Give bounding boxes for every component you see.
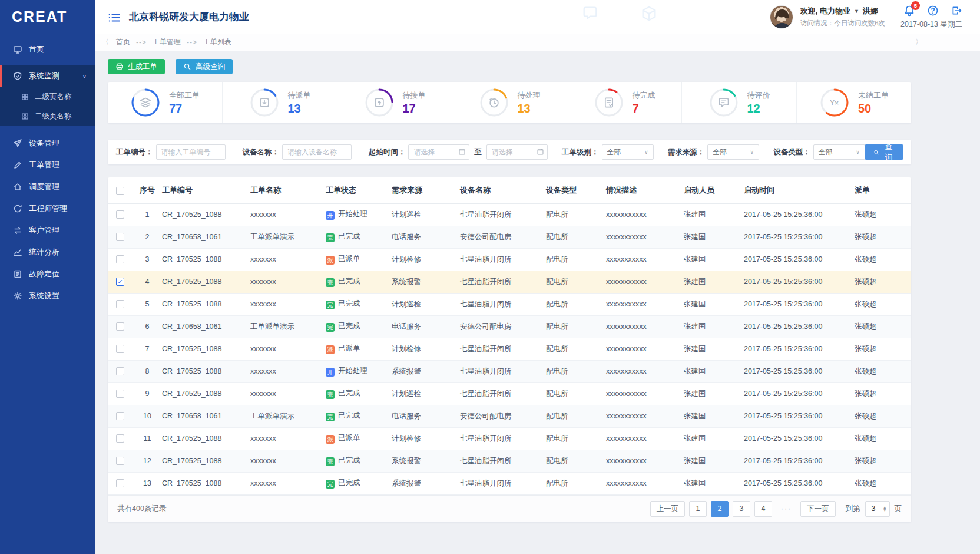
help-icon[interactable] bbox=[927, 5, 939, 17]
sidebar-item-order-mgmt[interactable]: 工单管理 bbox=[0, 154, 95, 176]
current-date: 2017-08-13 星期二 bbox=[900, 19, 962, 29]
row-checkbox[interactable] bbox=[116, 210, 124, 219]
sidebar-item-settings[interactable]: 系统设置 bbox=[0, 285, 95, 306]
chevron-down-icon: ∨ bbox=[856, 149, 860, 155]
cell-dispatcher: 张硕超 bbox=[855, 360, 911, 382]
page-button-1[interactable]: 1 bbox=[689, 501, 707, 517]
table-row[interactable]: 7 CR_170525_1088 xxxxxxx 派已派单 计划检修 七星油脂开… bbox=[108, 338, 911, 360]
cell-source: 电话服务 bbox=[392, 315, 460, 338]
caret-down-icon[interactable]: ▼ bbox=[854, 8, 859, 14]
stat-card-open-orders[interactable]: ¥× 未结工单50 bbox=[796, 82, 911, 123]
cell-index: 5 bbox=[133, 293, 162, 315]
create-order-button[interactable]: 生成工单 bbox=[108, 59, 165, 74]
sidebar-item-dispatch-mgmt[interactable]: 调度管理 bbox=[0, 176, 95, 197]
sidebar-item-subpage-2[interactable]: 二级页名称 bbox=[0, 107, 95, 126]
search-button[interactable]: 查询 bbox=[865, 144, 903, 160]
user-block[interactable]: 欢迎, 电力物业 ▼ 洪娜 访问情况：今日访问次数6次 bbox=[770, 5, 885, 29]
pagination: 上一页 1 2 3 4 ··· 下一页 到第 3 ▲▼ bbox=[650, 501, 902, 517]
table-row[interactable]: ✓ 4 CR_170525_1088 xxxxxxx 完已完成 系统报警 七星油… bbox=[108, 271, 911, 293]
table-row[interactable]: 13 CR_170525_1088 xxxxxxx 完已完成 系统报警 七星油脂… bbox=[108, 472, 911, 494]
menu-toggle-icon[interactable] bbox=[108, 11, 121, 23]
order-level-select[interactable]: 全部∨ bbox=[602, 144, 654, 160]
table-row[interactable]: 3 CR_170525_1088 xxxxxxx 派已派单 计划检修 七星油脂开… bbox=[108, 248, 911, 271]
row-checkbox[interactable] bbox=[116, 233, 124, 241]
sidebar-item-fault-location[interactable]: 故障定位 bbox=[0, 263, 95, 285]
cell-starter: 张建国 bbox=[684, 382, 744, 405]
stat-card-pending-dispatch[interactable]: 待派单13 bbox=[222, 82, 337, 123]
stat-card-pending-accept[interactable]: 待接单17 bbox=[337, 82, 452, 123]
cell-start-time: 2017-05-25 15:25:36:00 bbox=[744, 382, 855, 405]
row-checkbox[interactable] bbox=[116, 300, 124, 308]
cell-starter: 张建国 bbox=[684, 450, 744, 472]
order-no-input[interactable] bbox=[156, 144, 226, 160]
prev-page-button[interactable]: 上一页 bbox=[650, 501, 686, 517]
row-checkbox[interactable] bbox=[116, 412, 124, 420]
sidebar-item-subpage-1[interactable]: 二级页名称 bbox=[0, 87, 95, 107]
table-row[interactable]: 5 CR_170525_1088 xxxxxxx 完已完成 计划巡检 七星油脂开… bbox=[108, 293, 911, 315]
table-row[interactable]: 11 CR_170525_1088 xxxxxxx 派已派单 计划检修 七星油脂… bbox=[108, 427, 911, 450]
sidebar-item-statistics[interactable]: 统计分析 bbox=[0, 241, 95, 263]
cell-order-code: CR_170525_1088 bbox=[162, 472, 250, 494]
username: 洪娜 bbox=[863, 6, 878, 17]
status-label: 已完成 bbox=[338, 299, 360, 308]
breadcrumb-order-list[interactable]: 工单列表 bbox=[203, 37, 231, 47]
stat-card-pending-review[interactable]: 待评价12 bbox=[681, 82, 796, 123]
cell-device-type: 配电所 bbox=[546, 382, 606, 405]
cell-device-type: 配电所 bbox=[546, 427, 606, 450]
cell-device: 安德公司配电房 bbox=[460, 226, 546, 248]
cell-starter: 张建国 bbox=[684, 405, 744, 427]
cell-dispatcher: 张硕超 bbox=[855, 405, 911, 427]
breadcrumb-home[interactable]: 首页 bbox=[116, 37, 130, 47]
device-name-input[interactable] bbox=[282, 144, 352, 160]
cell-dispatcher: 张硕超 bbox=[855, 382, 911, 405]
start-time-label: 起始时间： bbox=[369, 147, 406, 157]
cell-device: 七星油脂开闭所 bbox=[460, 450, 546, 472]
breadcrumb-forward-icon[interactable]: 〉 bbox=[915, 37, 922, 47]
page-button-4[interactable]: 4 bbox=[754, 501, 772, 517]
row-checkbox[interactable]: ✓ bbox=[116, 278, 124, 286]
advanced-search-button[interactable]: 高级查询 bbox=[176, 59, 233, 74]
row-checkbox[interactable] bbox=[116, 390, 124, 398]
row-checkbox[interactable] bbox=[116, 434, 124, 443]
sidebar-item-device-mgmt[interactable]: 设备管理 bbox=[0, 132, 95, 154]
bell-icon[interactable]: 5 bbox=[903, 5, 915, 17]
table-row[interactable]: 8 CR_170525_1088 xxxxxxx 开开始处理 系统报警 七星油脂… bbox=[108, 360, 911, 382]
table-row[interactable]: 12 CR_170525_1088 xxxxxxx 完已完成 系统报警 七星油脂… bbox=[108, 450, 911, 472]
cell-order-name: xxxxxxx bbox=[250, 427, 326, 450]
select-all-checkbox[interactable] bbox=[116, 187, 124, 195]
row-checkbox[interactable] bbox=[116, 367, 124, 375]
logout-icon[interactable] bbox=[951, 5, 962, 17]
stat-card-pending-process[interactable]: 待处理13 bbox=[452, 82, 567, 123]
page-button-2-active[interactable]: 2 bbox=[711, 501, 729, 517]
row-checkbox[interactable] bbox=[116, 457, 124, 465]
sidebar-item-engineer-mgmt[interactable]: 工程师管理 bbox=[0, 197, 95, 219]
sidebar-item-customer-mgmt[interactable]: 客户管理 bbox=[0, 219, 95, 241]
table-row[interactable]: 1 CR_170525_1088 xxxxxxx 开开始处理 计划巡检 七星油脂… bbox=[108, 203, 911, 226]
chat-bubble-icon bbox=[717, 96, 730, 109]
page-title: 北京科锐研发大厦电力物业 bbox=[129, 10, 249, 24]
row-checkbox[interactable] bbox=[116, 255, 124, 263]
row-checkbox[interactable] bbox=[116, 345, 124, 353]
table-row[interactable]: 10 CR_170658_1061 工单派单演示 完已完成 电话服务 安德公司配… bbox=[108, 405, 911, 427]
table-row[interactable]: 9 CR_170525_1088 xxxxxxx 完已完成 计划巡检 七星油脂开… bbox=[108, 382, 911, 405]
stat-card-pending-complete[interactable]: 待完成7 bbox=[567, 82, 681, 123]
sidebar-item-system-monitor[interactable]: 系统监测 ∨ bbox=[0, 65, 95, 87]
demand-source-select[interactable]: 全部∨ bbox=[707, 144, 759, 160]
stat-card-all-orders[interactable]: 全部工单77 bbox=[108, 82, 222, 123]
cell-source: 计划检修 bbox=[392, 248, 460, 271]
table-row[interactable]: 2 CR_170658_1061 工单派单演示 完已完成 电话服务 安德公司配电… bbox=[108, 226, 911, 248]
cell-dispatcher: 张硕超 bbox=[855, 203, 911, 226]
breadcrumb-back-icon[interactable]: 〈 bbox=[102, 37, 109, 47]
row-checkbox[interactable] bbox=[116, 322, 124, 331]
device-type-select[interactable]: 全部∨ bbox=[813, 144, 865, 160]
table-row[interactable]: 6 CR_170658_1061 工单派单演示 完已完成 电话服务 安德公司配电… bbox=[108, 315, 911, 338]
next-page-button[interactable]: 下一页 bbox=[800, 501, 836, 517]
stepper-icon[interactable]: ▲▼ bbox=[883, 506, 886, 512]
sidebar-item-home[interactable]: 首页 bbox=[0, 38, 95, 60]
page-button-3[interactable]: 3 bbox=[733, 501, 750, 517]
goto-page-input[interactable]: 3 ▲▼ bbox=[865, 501, 890, 517]
cell-source: 计划巡检 bbox=[392, 382, 460, 405]
breadcrumb-order-mgmt[interactable]: 工单管理 bbox=[153, 37, 181, 47]
cell-device: 安德公司配电房 bbox=[460, 405, 546, 427]
row-checkbox[interactable] bbox=[116, 479, 124, 487]
